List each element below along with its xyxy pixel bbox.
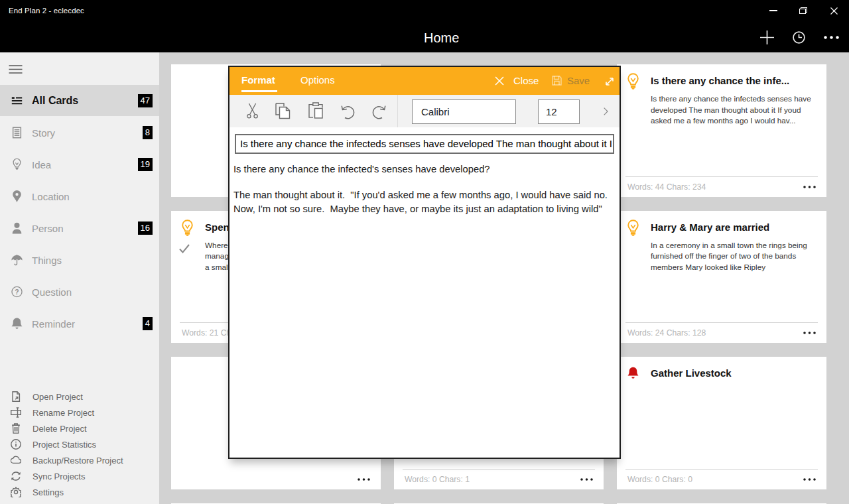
svg-text:?: ?: [15, 288, 19, 295]
